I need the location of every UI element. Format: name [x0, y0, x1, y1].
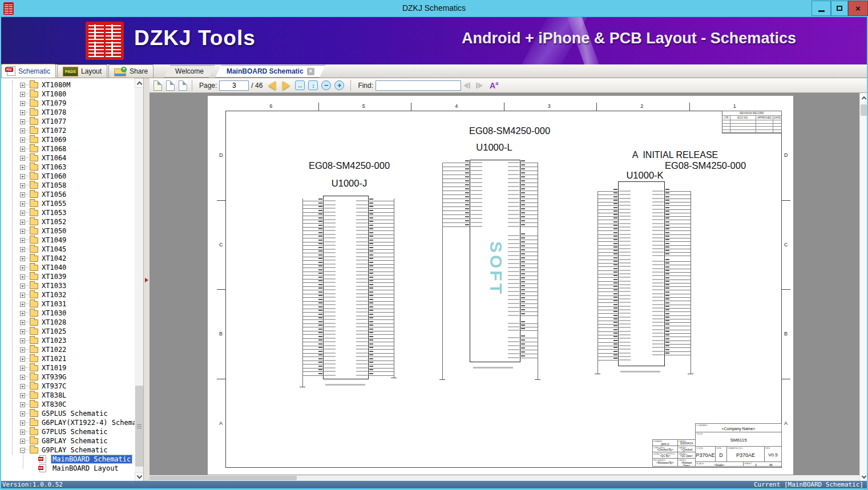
tree-item-folder[interactable]: +XT1050 [1, 226, 135, 236]
tree-item-folder[interactable]: +XT1030 [1, 309, 135, 318]
viewer-vertical-scrollbar[interactable] [859, 93, 867, 482]
expand-icon[interactable]: + [20, 293, 25, 298]
rotate-left-icon[interactable] [166, 80, 175, 91]
expand-icon[interactable]: + [20, 274, 25, 280]
expand-icon[interactable]: + [20, 256, 25, 261]
tab-layout[interactable]: PADSLayout [57, 64, 107, 78]
expand-icon[interactable]: + [20, 338, 25, 343]
scroll-up-button[interactable] [135, 78, 144, 88]
expand-icon[interactable]: + [20, 393, 25, 398]
tree-item-document[interactable]: MainBOARD Layout [1, 464, 135, 473]
tree-item-folder[interactable]: +XT1042 [1, 254, 135, 263]
expand-icon[interactable]: + [20, 238, 25, 243]
expand-icon[interactable]: + [20, 210, 25, 216]
match-case-icon[interactable]: Aa [490, 80, 498, 90]
tab-share[interactable]: Share [108, 64, 154, 78]
tree-item-folder[interactable]: +XT937C [1, 382, 135, 391]
expand-icon[interactable]: + [20, 229, 25, 234]
expand-icon[interactable]: + [20, 375, 25, 380]
tree-item-folder[interactable]: +XT1072 [1, 126, 135, 135]
maximize-button[interactable] [831, 1, 848, 16]
expand-icon[interactable]: + [20, 128, 25, 133]
expand-icon[interactable]: + [20, 220, 25, 225]
tree-item-folder[interactable]: +XT939G [1, 372, 135, 382]
tree-scroll-thumb[interactable] [135, 386, 143, 467]
panel-splitter[interactable] [144, 78, 150, 482]
tree-item-folder[interactable]: +XT1025 [1, 327, 135, 336]
close-tab-icon[interactable]: × [307, 68, 314, 75]
zoom-in-button[interactable]: + [334, 80, 344, 90]
expand-icon[interactable]: + [20, 366, 25, 371]
tree-item-folder[interactable]: +XT1080 [1, 90, 135, 99]
expand-icon[interactable]: + [20, 192, 25, 197]
find-input[interactable] [376, 80, 461, 91]
viewer-vscroll-thumb[interactable] [861, 104, 867, 116]
tree-item-folder[interactable]: +XT1080M [1, 80, 135, 90]
expand-icon[interactable]: + [20, 165, 25, 170]
collapse-arrow-icon[interactable] [145, 278, 148, 282]
tree-item-folder[interactable]: +XT1058 [1, 181, 135, 190]
tree-item-folder[interactable]: +XT1056 [1, 190, 135, 199]
expand-icon[interactable]: + [20, 137, 25, 143]
expand-icon[interactable]: + [20, 347, 25, 353]
doc-tab-mainboard-schematic[interactable]: MainBOARD Schematic× [215, 65, 326, 78]
next-page-button[interactable] [282, 81, 290, 90]
expand-icon[interactable]: + [20, 329, 25, 334]
expand-icon[interactable]: + [20, 357, 25, 362]
expand-icon[interactable]: + [20, 302, 25, 307]
viewer-horizontal-scrollbar[interactable] [150, 475, 859, 481]
minimize-button[interactable] [812, 1, 831, 16]
tree-item-folder[interactable]: +XT1064 [1, 153, 135, 163]
tree-item-folder[interactable]: +XT1045 [1, 245, 135, 254]
tree-item-folder[interactable]: +XT1068 [1, 144, 135, 153]
expand-icon[interactable]: + [20, 320, 25, 325]
expand-icon[interactable]: + [20, 411, 25, 416]
expand-icon[interactable]: + [20, 420, 25, 426]
tree-item-folder[interactable]: +XT1021 [1, 354, 135, 363]
tree-item-folder[interactable]: +G6PLAY(XT1922-4) Schematic [1, 418, 135, 427]
expand-icon[interactable]: + [20, 201, 25, 206]
tree-item-folder[interactable]: +XT1053 [1, 208, 135, 217]
find-previous-button[interactable] [463, 83, 471, 88]
close-button[interactable]: × [848, 1, 868, 16]
expand-icon[interactable]: + [20, 247, 25, 252]
page-thumbnail-icon[interactable] [154, 80, 162, 91]
expand-icon[interactable]: + [20, 183, 25, 188]
expand-icon[interactable]: + [20, 402, 25, 407]
find-next-button[interactable] [475, 83, 483, 88]
expand-icon[interactable]: + [20, 119, 25, 124]
expand-icon[interactable]: + [20, 174, 25, 179]
expand-icon[interactable]: + [20, 311, 25, 316]
tree-item-folder[interactable]: +XT1033 [1, 281, 135, 290]
collapse-icon[interactable]: − [20, 448, 25, 453]
expand-icon[interactable]: + [20, 101, 25, 106]
doc-tab-welcome[interactable]: Welcome [164, 65, 215, 78]
expand-icon[interactable]: + [20, 284, 25, 289]
tree-item-folder[interactable]: +XT1022 [1, 345, 135, 354]
expand-icon[interactable]: + [20, 147, 25, 152]
tab-schematic[interactable]: Schematic [1, 64, 56, 78]
tree-item-folder[interactable]: +XT1063 [1, 163, 135, 172]
tree-item-folder[interactable]: +XT1069 [1, 135, 135, 144]
tree-item-folder[interactable]: +XT1052 [1, 217, 135, 226]
viewer-hscroll-thumb[interactable] [150, 476, 297, 480]
expand-icon[interactable]: + [20, 92, 25, 97]
tree-scrollbar[interactable] [135, 78, 144, 482]
tree-item-folder[interactable]: +XT1023 [1, 336, 135, 345]
tree-item-folder[interactable]: +XT1039 [1, 272, 135, 281]
tree-item-folder[interactable]: +XT1028 [1, 318, 135, 327]
tree-item-folder[interactable]: +G7PLUS Schematic [1, 427, 135, 436]
expand-icon[interactable]: + [20, 265, 25, 270]
tree-item-folder[interactable]: +XT1077 [1, 117, 135, 126]
tree-item-folder[interactable]: +XT1055 [1, 199, 135, 208]
rotate-right-icon[interactable] [179, 80, 187, 91]
tree-item-folder[interactable]: +G8PLAY Schematic [1, 436, 135, 446]
expand-icon[interactable]: + [20, 110, 25, 115]
tree-item-document[interactable]: MainBOARD Schematic [1, 455, 135, 464]
tree-item-folder[interactable]: +G5PLUS Schematic [1, 409, 135, 418]
expand-icon[interactable]: + [20, 156, 25, 161]
tree-item-folder[interactable]: +XT830C [1, 400, 135, 409]
tree-item-folder[interactable]: +XT838L [1, 391, 135, 400]
tree-item-folder[interactable]: +XT1031 [1, 299, 135, 309]
tree-item-folder[interactable]: +XT1060 [1, 172, 135, 181]
